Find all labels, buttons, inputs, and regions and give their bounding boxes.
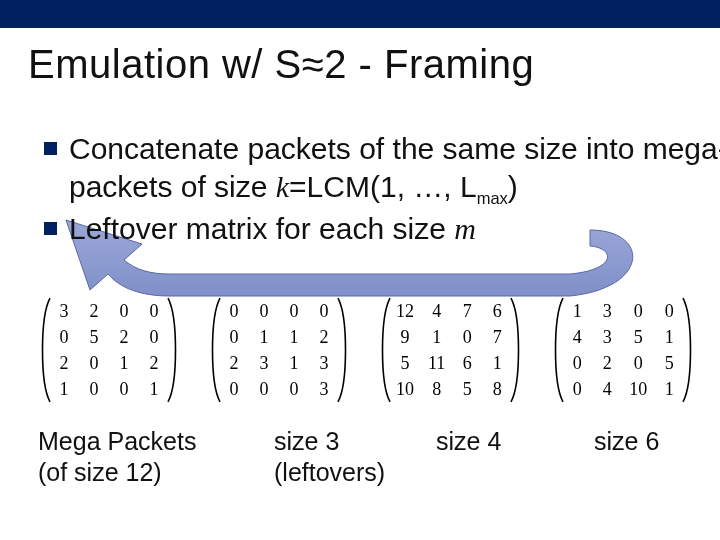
bullet-square-icon xyxy=(44,222,57,235)
cell: 10 xyxy=(396,379,414,400)
cell: 3 xyxy=(599,327,615,348)
cell: 1 xyxy=(569,301,585,322)
cell: 5 xyxy=(396,353,414,374)
right-paren-icon xyxy=(166,296,180,404)
cell: 1 xyxy=(286,353,302,374)
matrix-3-body: 12 4 7 6 9 1 0 7 5 11 6 1 10 8 5 8 xyxy=(392,296,509,404)
cell: 0 xyxy=(226,327,242,348)
cell: 6 xyxy=(459,353,475,374)
bullet-item-1: Concatenate packets of the same size int… xyxy=(44,130,720,208)
cell: 0 xyxy=(459,327,475,348)
cell: 8 xyxy=(489,379,505,400)
cell: 2 xyxy=(599,353,615,374)
cell: 5 xyxy=(459,379,475,400)
cell: 3 xyxy=(56,301,72,322)
bullet-1-text: Concatenate packets of the same size int… xyxy=(69,130,720,208)
cell: 7 xyxy=(459,301,475,322)
title-part-2: 2 - Framing xyxy=(324,42,534,86)
cell: 1 xyxy=(428,327,445,348)
cell: 1 xyxy=(489,353,505,374)
right-paren-icon xyxy=(336,296,350,404)
caption-1-line-1: Mega Packets xyxy=(38,427,196,455)
cell: 4 xyxy=(428,301,445,322)
matrix-4-body: 1 3 0 0 4 3 5 1 0 2 0 5 0 4 10 1 xyxy=(565,296,681,404)
cell: 0 xyxy=(661,301,677,322)
cell: 0 xyxy=(226,301,242,322)
cell: 2 xyxy=(146,353,162,374)
approx-symbol: ≈ xyxy=(302,42,324,86)
top-accent-bar xyxy=(0,0,720,28)
matrix-1-body: 3 2 0 0 0 5 2 0 2 0 1 2 1 0 0 1 xyxy=(52,296,166,404)
cell: 0 xyxy=(256,301,272,322)
cell: 2 xyxy=(226,353,242,374)
bullet-1-part-b: =LCM(1, …, L xyxy=(289,170,477,203)
cell: 12 xyxy=(396,301,414,322)
cell: 0 xyxy=(56,327,72,348)
cell: 1 xyxy=(286,327,302,348)
cell: 3 xyxy=(316,353,332,374)
cell: 11 xyxy=(428,353,445,374)
cell: 0 xyxy=(86,379,102,400)
cell: 1 xyxy=(256,327,272,348)
cell: 0 xyxy=(86,353,102,374)
cell: 0 xyxy=(569,379,585,400)
cell: 0 xyxy=(116,379,132,400)
cell: 3 xyxy=(316,379,332,400)
bullet-list: Concatenate packets of the same size int… xyxy=(44,130,720,250)
right-paren-icon xyxy=(509,296,523,404)
cell: 1 xyxy=(56,379,72,400)
cell: 6 xyxy=(489,301,505,322)
cell: 0 xyxy=(629,353,647,374)
matrix-2: 0 0 0 0 0 1 1 2 2 3 1 3 0 0 0 3 xyxy=(208,296,350,404)
cell: 8 xyxy=(428,379,445,400)
matrix-2-body: 0 0 0 0 0 1 1 2 2 3 1 3 0 0 0 3 xyxy=(222,296,336,404)
caption-2-line-1: size 3 xyxy=(274,427,339,455)
bullet-2-mvar: m xyxy=(454,212,476,245)
bullet-1-kvar: k xyxy=(276,170,289,203)
cell: 0 xyxy=(286,301,302,322)
cell: 0 xyxy=(116,301,132,322)
matrix-4: 1 3 0 0 4 3 5 1 0 2 0 5 0 4 10 1 xyxy=(551,296,695,404)
caption-3-text: size 4 xyxy=(436,427,501,455)
cell: 2 xyxy=(316,327,332,348)
cell: 1 xyxy=(146,379,162,400)
cell: 0 xyxy=(256,379,272,400)
bullet-2-text: Leftover matrix for each size m xyxy=(69,210,476,248)
cell: 3 xyxy=(256,353,272,374)
cell: 0 xyxy=(146,301,162,322)
slide-title: Emulation w/ S≈2 - Framing xyxy=(28,42,720,87)
left-paren-icon xyxy=(208,296,222,404)
cell: 4 xyxy=(569,327,585,348)
cell: 2 xyxy=(86,301,102,322)
caption-1-line-2: (of size 12) xyxy=(38,458,162,486)
cell: 5 xyxy=(629,327,647,348)
caption-2-line-2: (leftovers) xyxy=(274,458,385,486)
cell: 0 xyxy=(316,301,332,322)
cell: 3 xyxy=(599,301,615,322)
cell: 1 xyxy=(661,327,677,348)
cell: 5 xyxy=(86,327,102,348)
cell: 0 xyxy=(286,379,302,400)
caption-4: size 6 xyxy=(594,426,714,457)
cell: 4 xyxy=(599,379,615,400)
matrix-1: 3 2 0 0 0 5 2 0 2 0 1 2 1 0 0 1 xyxy=(38,296,180,404)
left-paren-icon xyxy=(38,296,52,404)
matrices-row: 3 2 0 0 0 5 2 0 2 0 1 2 1 0 0 1 0 0 0 xyxy=(38,296,695,404)
cell: 1 xyxy=(116,353,132,374)
cell: 7 xyxy=(489,327,505,348)
cell: 9 xyxy=(396,327,414,348)
cell: 0 xyxy=(146,327,162,348)
left-paren-icon xyxy=(551,296,565,404)
cell: 5 xyxy=(661,353,677,374)
matrix-3: 12 4 7 6 9 1 0 7 5 11 6 1 10 8 5 8 xyxy=(378,296,523,404)
left-paren-icon xyxy=(378,296,392,404)
cell: 0 xyxy=(629,301,647,322)
cell: 2 xyxy=(56,353,72,374)
cell: 2 xyxy=(116,327,132,348)
cell: 1 xyxy=(661,379,677,400)
caption-2: size 3 (leftovers) xyxy=(274,426,424,489)
caption-1: Mega Packets (of size 12) xyxy=(38,426,238,489)
bullet-item-2: Leftover matrix for each size m xyxy=(44,210,720,248)
caption-4-text: size 6 xyxy=(594,427,659,455)
bullet-1-part-c: ) xyxy=(508,170,518,203)
